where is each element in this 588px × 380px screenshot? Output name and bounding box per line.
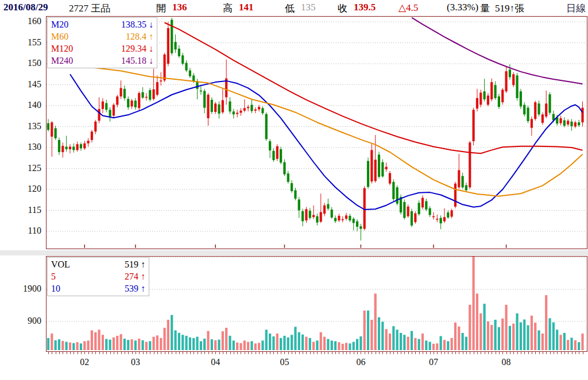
day-tick [343, 352, 343, 354]
period-label: 日線 [566, 2, 586, 15]
day-tick [78, 352, 78, 354]
day-tick [146, 352, 147, 354]
day-tick [208, 352, 209, 354]
day-tick [434, 352, 434, 354]
day-tick [215, 352, 216, 354]
day-tick [459, 352, 459, 354]
day-tick [506, 352, 507, 354]
month-label: 08 [498, 357, 515, 367]
day-tick [157, 352, 158, 354]
day-tick [426, 352, 427, 354]
price-tick-label: 130 [16, 142, 41, 152]
day-tick [496, 352, 496, 354]
day-tick [226, 352, 227, 354]
day-tick [444, 352, 445, 354]
day-tick [564, 352, 565, 354]
month-label: 05 [276, 357, 293, 367]
day-tick [237, 352, 238, 354]
day-tick [408, 352, 409, 354]
day-tick [404, 352, 405, 354]
day-tick [292, 352, 292, 354]
up-arrow-icon: ↑ [141, 272, 145, 281]
day-tick [546, 352, 547, 354]
up-arrow-icon: ↑ [141, 259, 145, 269]
day-tick [219, 352, 220, 354]
day-tick [372, 352, 372, 354]
day-tick [106, 352, 107, 354]
ma-value: 128.4 ↑ [126, 30, 153, 42]
change-percent: (3.33%) [447, 2, 478, 13]
day-tick [92, 352, 92, 354]
legend-row-vol10: 10 539 ↑ [51, 282, 145, 294]
day-tick [67, 352, 67, 354]
volume-tick-label: 900 [16, 316, 41, 326]
volume-legend: VOL 519 ↑ 5 274 ↑ 10 539 ↑ [47, 257, 149, 296]
price-tick-label: 155 [16, 37, 41, 48]
legend-row-m20: M20 138.35 ↓ [51, 18, 153, 30]
down-arrow-icon: ↓ [149, 20, 153, 29]
day-tick [386, 352, 387, 354]
day-tick [262, 352, 263, 354]
open-value: 136 [172, 2, 187, 13]
day-tick [161, 352, 161, 354]
price-tick-label: 150 [16, 58, 41, 68]
day-tick [84, 352, 85, 354]
price-tick-label: 135 [16, 121, 41, 131]
ma-legend: M20 138.35 ↓ M60 128.4 ↑ M120 129.34 ↓ M… [47, 17, 157, 68]
day-tick [502, 352, 503, 354]
day-tick [81, 352, 82, 354]
price-tick-label: 160 [16, 16, 41, 26]
day-tick [477, 352, 478, 354]
day-tick [121, 352, 122, 354]
day-tick [56, 352, 56, 354]
day-tick [517, 352, 518, 354]
day-tick [48, 352, 49, 354]
volume-label: 量 [480, 2, 490, 15]
down-arrow-icon: ↓ [149, 56, 153, 65]
close-label: 收 [338, 2, 347, 15]
low-label: 低 [285, 2, 295, 15]
volume-value: 519↑張 [495, 2, 524, 15]
day-tick [103, 352, 103, 354]
day-tick [303, 352, 303, 354]
day-tick [339, 352, 339, 354]
vol-value: 274 ↑ [125, 270, 145, 282]
day-tick [125, 352, 125, 354]
ma-value: 138.35 ↓ [121, 18, 153, 30]
day-tick [201, 352, 202, 354]
day-tick [346, 352, 347, 354]
day-tick [266, 352, 267, 354]
ma-value: 129.34 ↓ [121, 42, 153, 55]
up-arrow-icon: ↑ [149, 32, 153, 41]
day-tick [277, 352, 278, 354]
day-tick [299, 352, 300, 354]
month-label: 07 [425, 357, 442, 367]
legend-row-m60: M60 128.4 ↑ [51, 30, 153, 42]
day-tick [270, 352, 270, 354]
day-tick [368, 352, 369, 354]
close-value: 139.5 [354, 2, 376, 13]
day-tick [455, 352, 456, 354]
ma-name: M120 [51, 42, 73, 55]
price-tick-label: 115 [16, 205, 41, 215]
legend-row-m120: M120 129.34 ↓ [51, 42, 153, 55]
day-tick [284, 352, 285, 354]
day-tick [241, 352, 241, 354]
day-tick [168, 352, 169, 354]
day-tick [350, 352, 350, 354]
day-tick [335, 352, 336, 354]
day-tick [543, 352, 543, 354]
day-tick [470, 352, 470, 354]
day-tick [273, 352, 274, 354]
price-tick-label: 120 [16, 184, 41, 194]
day-tick [295, 352, 296, 354]
day-tick [568, 352, 568, 354]
day-tick [575, 352, 576, 354]
day-tick [332, 352, 332, 354]
up-arrow-icon: ↑ [141, 284, 145, 293]
day-tick [117, 352, 118, 354]
high-label: 高 [223, 2, 233, 15]
ma-name: M60 [51, 30, 68, 42]
day-tick [99, 352, 100, 354]
day-tick [136, 352, 136, 354]
